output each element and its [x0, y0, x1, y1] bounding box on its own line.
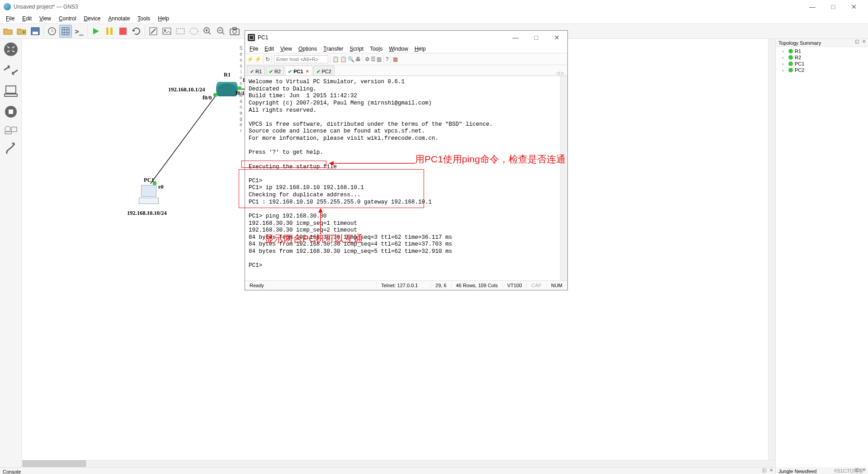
reconnect-icon[interactable]: ↻: [265, 56, 270, 62]
oval-icon[interactable]: [188, 25, 200, 38]
pc1-ip: 192.168.10.10/24: [127, 210, 167, 217]
term-menu-tools[interactable]: Tools: [370, 46, 382, 52]
stop-icon[interactable]: [117, 25, 129, 38]
topology-item-label: R2: [795, 55, 801, 60]
paste-icon[interactable]: 📋: [340, 56, 347, 62]
help-icon[interactable]: ?: [386, 56, 389, 62]
quick-connect-icon[interactable]: ⚡: [247, 56, 254, 62]
host-input[interactable]: [274, 55, 328, 63]
close-button[interactable]: ✕: [844, 0, 864, 14]
annotation-text-1: 用PC1使用ping命令，检查是否连通: [415, 153, 566, 166]
r1-left-ip: 192.168.10.1/24: [168, 86, 205, 93]
svg-rect-16: [233, 28, 236, 29]
svg-point-11: [190, 28, 198, 34]
terminal-title: PC1: [258, 34, 268, 41]
menu-device[interactable]: Device: [80, 14, 104, 23]
zoom-in-icon[interactable]: [201, 25, 214, 38]
switches-icon[interactable]: [2, 62, 19, 79]
terminal-scrollbar-v[interactable]: [560, 76, 567, 280]
topology-item-label: PC2: [795, 67, 804, 73]
minimize-button[interactable]: —: [802, 0, 823, 14]
topology-item[interactable]: PC1: [778, 61, 866, 67]
menu-edit[interactable]: Edit: [19, 14, 35, 23]
term-menu-script[interactable]: Script: [350, 46, 364, 52]
zoom-out-icon[interactable]: [215, 25, 227, 38]
find-icon[interactable]: 🔍: [348, 56, 354, 62]
pc1-node[interactable]: [138, 185, 159, 204]
copy-icon[interactable]: 📋: [332, 56, 339, 62]
term-menu-file[interactable]: File: [250, 46, 258, 52]
menu-tools[interactable]: Tools: [134, 14, 154, 23]
topology-item[interactable]: PC2: [778, 67, 866, 73]
app-titlebar: Unsaved project* — GNS3 — □ ✕: [0, 0, 868, 14]
term-menu-view[interactable]: View: [280, 46, 292, 52]
routers-icon[interactable]: [2, 41, 19, 58]
topology-item[interactable]: R2: [778, 54, 866, 61]
session-manager-tab[interactable]: Session Manager: [237, 45, 245, 133]
print-icon[interactable]: 🖶: [355, 56, 361, 62]
check-icon: ✔: [269, 69, 273, 75]
settings-icon[interactable]: ⚙: [365, 56, 370, 62]
connect-icon[interactable]: ⚡: [255, 56, 261, 62]
term-menu-help[interactable]: Help: [415, 46, 426, 52]
play-icon[interactable]: [90, 25, 102, 38]
terminal-close-button[interactable]: ✕: [547, 31, 567, 44]
terminal-output[interactable]: Welcome to Virtual PC Simulator, version…: [245, 76, 567, 280]
menu-control[interactable]: Control: [55, 14, 80, 23]
grid-icon[interactable]: [59, 25, 72, 38]
menu-view[interactable]: View: [36, 14, 55, 23]
clock-icon[interactable]: [46, 25, 58, 38]
term-menu-options[interactable]: Options: [298, 46, 317, 52]
terminal-toolbar: ⚡ ⚡ ↻ 📋📋 🔍 🖶 ⚙ ☰ ▥ ? ▦: [245, 53, 567, 65]
menu-file[interactable]: File: [2, 14, 18, 23]
open-play-icon[interactable]: [15, 25, 28, 38]
terminal-minimize-button[interactable]: —: [505, 31, 526, 44]
term-menu-edit[interactable]: Edit: [264, 46, 274, 52]
canvas-scrollbar-v[interactable]: [768, 39, 775, 460]
panel-close-icon[interactable]: ✕: [861, 39, 867, 44]
topology-item[interactable]: R1: [778, 48, 866, 54]
topology-summary-title: Topology Summary: [778, 40, 821, 46]
security-icon[interactable]: [2, 103, 19, 120]
panel-close-icon[interactable]: ✕: [768, 468, 774, 473]
reload-icon[interactable]: [130, 25, 143, 38]
tab-close-icon[interactable]: ✕: [306, 69, 309, 74]
rect-icon[interactable]: [174, 25, 187, 38]
panel-undock-icon[interactable]: ◱: [854, 39, 860, 44]
sessions-icon[interactable]: ☰: [371, 56, 376, 62]
screenshot-icon[interactable]: [228, 25, 241, 38]
watermark: ©51CTO博客: [834, 468, 863, 474]
menu-help[interactable]: Help: [154, 14, 173, 23]
link-tool-icon[interactable]: [2, 139, 19, 156]
toolbar-extra-icon[interactable]: ▦: [393, 56, 398, 62]
canvas-scrollbar-h[interactable]: [22, 460, 775, 467]
maximize-button[interactable]: □: [823, 0, 844, 14]
new-tab-icon[interactable]: ▥: [377, 56, 382, 62]
annotation-text-2: 显示两台PC机可以互通: [264, 232, 363, 245]
pause-icon[interactable]: [103, 25, 116, 38]
terminal-titlebar[interactable]: PC1 — □ ✕: [245, 31, 567, 44]
router-r1[interactable]: [216, 82, 238, 96]
term-menu-window[interactable]: Window: [389, 46, 408, 52]
image-icon[interactable]: [160, 25, 173, 38]
terminal-tab-pc1[interactable]: ✔PC1✕: [285, 66, 312, 76]
save-icon[interactable]: [29, 25, 42, 38]
svg-rect-24: [5, 132, 11, 134]
end-devices-icon[interactable]: [2, 82, 19, 100]
terminal-tab-r1[interactable]: ✔R1: [247, 66, 265, 76]
panel-undock-icon[interactable]: ◱: [761, 468, 767, 473]
check-icon: ✔: [250, 69, 254, 75]
tab-nav-icon[interactable]: ◁ ▷: [556, 71, 567, 76]
terminal-tab-r2[interactable]: ✔R2: [266, 66, 284, 76]
term-menu-transfer[interactable]: Transfer: [323, 46, 343, 52]
topology-item-label: PC1: [795, 61, 804, 66]
console-icon[interactable]: >_: [73, 25, 85, 38]
all-devices-icon[interactable]: [2, 124, 19, 136]
menu-annotate[interactable]: Annotate: [104, 14, 133, 23]
terminal-maximize-button[interactable]: □: [526, 31, 547, 44]
svg-rect-1: [33, 32, 38, 34]
status-dot-icon: [788, 55, 793, 60]
open-project-icon[interactable]: [2, 25, 14, 38]
note-icon[interactable]: [147, 25, 160, 38]
terminal-tab-pc2[interactable]: ✔PC2: [313, 66, 335, 76]
